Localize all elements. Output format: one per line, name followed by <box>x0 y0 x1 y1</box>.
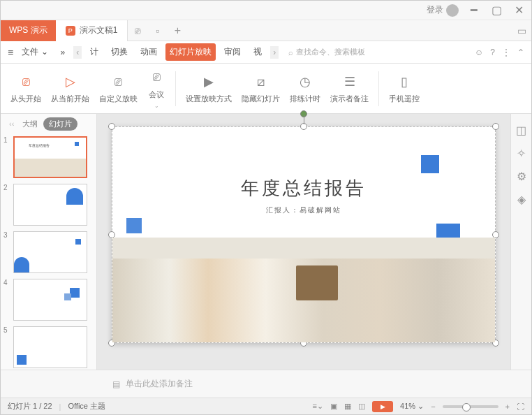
settings-play-icon: ▶ <box>200 73 218 91</box>
tab-bar: WPS 演示 P 演示文稿1 ⎚ ▫ + ▭ <box>1 20 531 41</box>
set-show-button[interactable]: ▶设置放映方式 <box>183 73 235 104</box>
zoom-out-button[interactable]: − <box>431 402 435 411</box>
thumbnail-list[interactable]: 1年度总结报告 2 3 4 5 6 <box>1 133 96 370</box>
document-tab-label: 演示文稿1 <box>80 24 118 36</box>
menu-animation[interactable]: 动画 <box>136 43 161 61</box>
slide-editor[interactable]: 年度总结报告 汇报人：易破解网站 <box>97 114 510 370</box>
more-icon[interactable]: ⋮ <box>502 48 510 57</box>
menu-bar: ≡ 文件 ⌄ » ‹ 计 切换 动画 幻灯片放映 审阅 视 › ⌕ 查找命令、搜… <box>1 41 531 64</box>
phone-icon: ▯ <box>395 73 413 91</box>
rehearse-button[interactable]: ◷排练计时 <box>287 73 323 104</box>
titlebar: 登录 ━ ▢ ✕ <box>1 1 531 20</box>
slide-canvas[interactable]: 年度总结报告 汇报人：易破解网站 <box>112 126 496 343</box>
custom-show-button[interactable]: ⎚自定义放映 <box>96 73 140 104</box>
file-menu[interactable]: 文件 ⌄ <box>17 43 52 61</box>
hamburger-icon[interactable]: ≡ <box>8 47 13 58</box>
search-placeholder: 查找命令、搜索模板 <box>296 47 365 57</box>
resize-handle[interactable] <box>492 123 499 130</box>
slides-tab[interactable]: 幻灯片 <box>43 117 77 131</box>
settings-icon[interactable]: ⚙ <box>517 170 526 183</box>
display-mode-icon[interactable]: ⎚ <box>128 25 147 36</box>
smiley-icon[interactable]: ☺ <box>475 48 483 57</box>
zoom-level[interactable]: 41% ⌄ <box>400 402 424 411</box>
app-tab[interactable]: WPS 演示 <box>1 20 56 41</box>
play-circle-icon: ▷ <box>61 73 80 91</box>
from-start-button[interactable]: ⎚从头开始 <box>8 73 44 104</box>
presenter-notes-button[interactable]: ☰演示者备注 <box>327 73 371 104</box>
decorative-square <box>126 218 142 233</box>
workspace: ‹‹ 大纲 幻灯片 1年度总结报告 2 3 4 5 6 <box>1 114 531 370</box>
slide-thumb-3[interactable] <box>13 231 87 273</box>
outline-tab[interactable]: 大纲 <box>22 119 38 129</box>
slide-counter: 幻灯片 1 / 22 <box>8 401 52 412</box>
dropdown-icon[interactable]: ▫ <box>147 25 167 36</box>
document-tab[interactable]: P 演示文稿1 <box>56 20 128 41</box>
slideshow-button[interactable]: ▶ <box>372 401 393 412</box>
slide-thumb-1[interactable]: 年度总结报告 <box>13 136 87 178</box>
theme-label: Office 主题 <box>68 401 105 412</box>
layout-icon[interactable]: ◫ <box>516 124 526 137</box>
ribbon: ⎚从头开始 ▷从当前开始 ⎚自定义放映 ⎚会议⌄ ▶设置放映方式 ⧄隐藏幻灯片 … <box>1 64 531 114</box>
slide-panel: ‹‹ 大纲 幻灯片 1年度总结报告 2 3 4 5 6 <box>1 114 97 370</box>
scroll-left-button[interactable]: ‹ <box>73 46 82 59</box>
help-icon[interactable]: ? <box>490 48 495 57</box>
nav-back-icon[interactable]: ‹‹ <box>6 119 17 128</box>
collapse-icon[interactable]: ⌃ <box>517 48 524 57</box>
from-current-button[interactable]: ▷从当前开始 <box>48 73 92 104</box>
search-input[interactable]: ⌕ 查找命令、搜索模板 <box>288 47 471 57</box>
hide-slide-icon: ⧄ <box>252 73 270 91</box>
fit-screen-icon[interactable]: ⛶ <box>517 402 524 411</box>
decorative-square <box>421 155 439 173</box>
meeting-button[interactable]: ⎚会议⌄ <box>145 68 168 109</box>
meeting-icon: ⎚ <box>147 68 165 87</box>
menu-slideshow[interactable]: 幻灯片放映 <box>165 43 216 61</box>
right-toolbar: ◫ ✧ ⚙ ◈ <box>510 114 531 370</box>
sorter-view-icon[interactable]: ▦ <box>344 402 351 411</box>
panel-toggle-icon[interactable]: ▭ <box>512 25 531 36</box>
slide-thumb-2[interactable] <box>13 184 87 226</box>
custom-show-icon: ⎚ <box>110 73 128 91</box>
menu-review[interactable]: 审阅 <box>220 43 245 61</box>
notes-placeholder: 单击此处添加备注 <box>126 378 193 390</box>
notes-bar[interactable]: ▤ 单击此处添加备注 <box>1 370 531 398</box>
overflow-menu[interactable]: » <box>57 45 70 60</box>
menu-transition[interactable]: 切换 <box>107 43 132 61</box>
presenter-icon: ☰ <box>341 73 359 91</box>
notes-toggle-icon[interactable]: ≡⌄ <box>313 402 323 411</box>
status-bar: 幻灯片 1 / 22 | Office 主题 ≡⌄ ▣ ▦ ◫ ▶ 41% ⌄ … <box>1 398 531 414</box>
stopwatch-icon: ◷ <box>296 73 314 91</box>
slide-subtitle[interactable]: 汇报人：易破解网站 <box>112 205 495 215</box>
transition-icon[interactable]: ◈ <box>517 193 526 206</box>
menu-design[interactable]: 计 <box>86 43 103 61</box>
normal-view-icon[interactable]: ▣ <box>330 402 337 411</box>
scroll-right-button[interactable]: › <box>270 46 279 59</box>
menu-view[interactable]: 视 <box>249 43 266 61</box>
design-icon[interactable]: ✧ <box>517 147 526 160</box>
maximize-button[interactable]: ▢ <box>489 3 503 17</box>
zoom-slider[interactable] <box>443 405 498 408</box>
avatar-icon <box>446 4 459 17</box>
reading-view-icon[interactable]: ◫ <box>358 402 365 411</box>
search-icon: ⌕ <box>288 48 293 57</box>
new-tab-button[interactable]: + <box>167 24 188 37</box>
resize-handle[interactable] <box>108 123 115 130</box>
slide-title[interactable]: 年度总结报告 <box>112 176 495 201</box>
close-button[interactable]: ✕ <box>512 3 526 17</box>
hide-slide-button[interactable]: ⧄隐藏幻灯片 <box>239 73 283 104</box>
notes-icon: ▤ <box>112 379 120 389</box>
slide-thumb-5[interactable] <box>13 326 87 368</box>
slide-thumb-4[interactable] <box>13 279 87 321</box>
zoom-in-button[interactable]: + <box>505 402 510 411</box>
phone-remote-button[interactable]: ▯手机遥控 <box>386 73 422 104</box>
presentation-icon: P <box>66 26 75 36</box>
slide-image <box>112 238 495 342</box>
monitor-play-icon: ⎚ <box>17 73 35 91</box>
minimize-button[interactable]: ━ <box>467 3 481 17</box>
login-button[interactable]: 登录 <box>427 4 459 17</box>
